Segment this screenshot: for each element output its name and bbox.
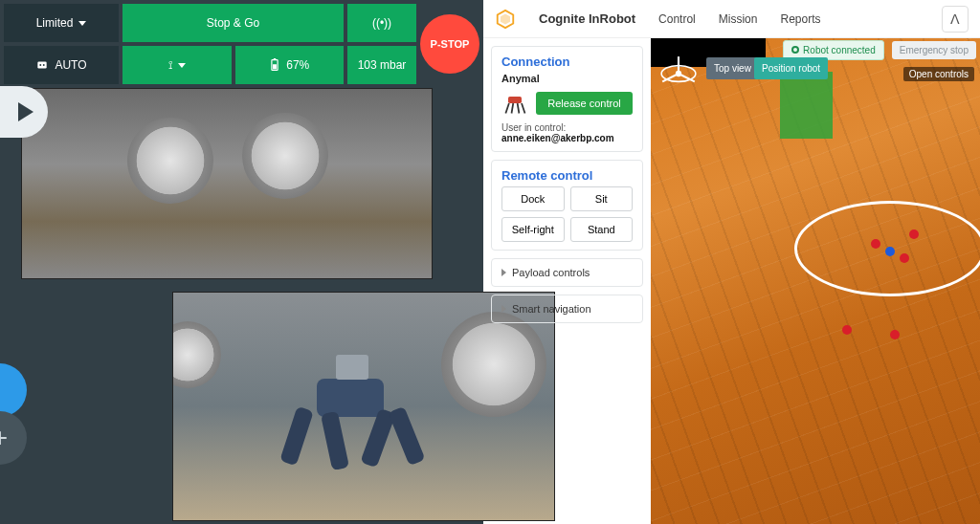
top-view-button[interactable]: Top view xyxy=(706,57,759,79)
svg-point-1 xyxy=(40,64,42,66)
auto-button[interactable]: AUTO xyxy=(4,46,119,84)
user-in-control-email: anne.eiken@akerbp.com xyxy=(501,133,633,143)
battery-pct: 67% xyxy=(286,58,309,72)
anymal-robot-graphic xyxy=(278,350,432,474)
smart-navigation-expander[interactable]: Smart navigation xyxy=(491,295,643,323)
cognite-logo-icon xyxy=(495,9,516,30)
tab-reports[interactable]: Reports xyxy=(780,12,820,26)
payload-label: Payload controls xyxy=(512,267,590,278)
mode-label: Limited xyxy=(36,16,74,30)
cognite-panel: Cognite InRobot Control Mission Reports … xyxy=(483,0,980,524)
position-robot-button[interactable]: Position robot xyxy=(754,57,828,79)
chevron-down-icon xyxy=(78,21,86,26)
payload-controls-expander[interactable]: Payload controls xyxy=(491,258,643,287)
battery-button[interactable]: 67% xyxy=(235,46,345,84)
motor-graphic xyxy=(172,321,221,388)
pressure-value: 103 mbar xyxy=(358,58,407,72)
robot-head-icon xyxy=(35,58,49,72)
cognite-header: Cognite InRobot Control Mission Reports … xyxy=(483,0,980,38)
wireless-button[interactable]: ((•)) xyxy=(347,4,416,42)
side-indicator-button[interactable] xyxy=(0,363,27,417)
tab-mission[interactable]: Mission xyxy=(719,12,758,26)
waypoint-marker[interactable] xyxy=(909,229,919,239)
crosshair-icon: ⟟ xyxy=(168,58,172,72)
pstop-label: P-STOP xyxy=(431,38,470,50)
remote-control-card: Remote control Dock Sit Self-right Stand xyxy=(491,160,643,251)
waypoint-marker[interactable] xyxy=(871,239,880,249)
connection-card: Connection Anymal Release control User i… xyxy=(491,46,643,152)
motor-graphic xyxy=(127,118,213,204)
dock-button[interactable]: Dock xyxy=(501,186,565,211)
camera-feed-top[interactable] xyxy=(21,88,433,279)
sit-button[interactable]: Sit xyxy=(570,186,634,211)
robot-name: Anymal xyxy=(501,73,633,84)
center-button[interactable]: ⟟ xyxy=(122,46,232,84)
pstop-button[interactable]: P-STOP xyxy=(420,14,479,74)
chevron-down-icon xyxy=(178,63,186,68)
user-menu-button[interactable]: ᐱ xyxy=(942,6,969,33)
play-icon xyxy=(18,102,33,121)
waypoint-marker[interactable] xyxy=(900,253,909,263)
operator-button-grid: Limited Stop & Go ((•)) P-STOP AUTO ⟟ xyxy=(0,0,483,88)
connection-title: Connection xyxy=(501,55,633,69)
svg-line-11 xyxy=(518,103,520,114)
open-controls-button[interactable]: Open controls xyxy=(903,67,974,81)
release-control-button[interactable]: Release control xyxy=(536,92,633,115)
svg-rect-4 xyxy=(273,64,277,69)
3d-viewport[interactable]: Robot connected Emergency stop Open cont… xyxy=(651,38,980,524)
plus-icon: + xyxy=(0,423,8,453)
self-right-button[interactable]: Self-right xyxy=(501,217,565,242)
stand-button[interactable]: Stand xyxy=(570,217,634,242)
pressure-button[interactable]: 103 mbar xyxy=(347,46,416,84)
wireless-icon: ((•)) xyxy=(372,16,391,30)
waypoint-marker[interactable] xyxy=(890,330,900,339)
pstop-cell: P-STOP xyxy=(420,4,479,84)
emergency-stop-label: Emergency stop xyxy=(900,45,969,55)
svg-point-16 xyxy=(676,71,681,76)
svg-rect-0 xyxy=(38,62,47,69)
remote-control-title: Remote control xyxy=(501,168,633,183)
svg-rect-8 xyxy=(508,97,522,103)
smartnav-label: Smart navigation xyxy=(512,303,591,315)
control-column: Connection Anymal Release control User i… xyxy=(483,38,651,524)
svg-point-2 xyxy=(43,64,45,66)
model-highlight xyxy=(780,72,833,139)
waypoint-marker[interactable] xyxy=(842,325,852,335)
brand-title: Cognite InRobot xyxy=(539,11,635,26)
user-in-control-label: User in control: xyxy=(501,122,633,133)
waypoint-marker[interactable] xyxy=(885,247,895,256)
robot-connected-label: Robot connected xyxy=(803,45,876,55)
svg-line-10 xyxy=(512,103,514,114)
motor-graphic xyxy=(242,113,328,199)
add-view-button[interactable]: + xyxy=(0,411,27,465)
operator-panel: Limited Stop & Go ((•)) P-STOP AUTO ⟟ xyxy=(0,0,483,524)
emergency-stop-button[interactable]: Emergency stop xyxy=(892,41,976,59)
top-view-label: Top view xyxy=(714,63,751,74)
stop-go-button[interactable]: Stop & Go xyxy=(122,4,344,42)
axis-gizmo-icon[interactable] xyxy=(658,54,699,94)
svg-rect-5 xyxy=(274,58,276,60)
svg-line-12 xyxy=(522,103,525,114)
svg-marker-7 xyxy=(501,13,510,24)
battery-icon xyxy=(269,58,280,72)
position-robot-label: Position robot xyxy=(762,63,820,74)
caret-right-icon xyxy=(501,305,506,313)
anymal-icon xyxy=(501,90,528,117)
link-icon xyxy=(791,46,799,54)
mode-dropdown[interactable]: Limited xyxy=(4,4,119,42)
caret-right-icon xyxy=(501,269,506,276)
user-icon: ᐱ xyxy=(950,11,960,27)
stop-go-label: Stop & Go xyxy=(207,16,259,30)
auto-label: AUTO xyxy=(55,58,86,72)
svg-line-9 xyxy=(505,103,509,114)
tab-control[interactable]: Control xyxy=(658,12,696,26)
